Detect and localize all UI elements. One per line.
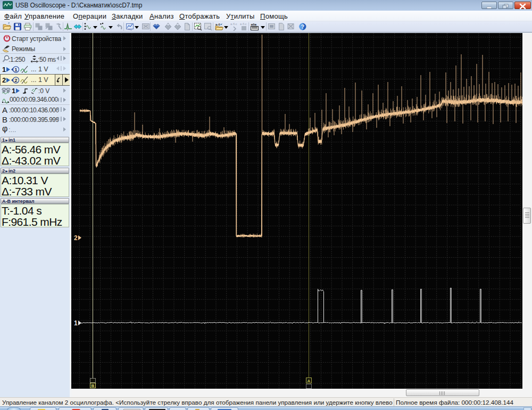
svg-text:B: B [92,383,95,388]
svg-text:?: ? [301,24,304,30]
svg-text:1: 1 [14,67,18,72]
svg-text:абв: абв [251,23,257,26]
svg-text:A: A [307,379,311,383]
svg-text:2: 2 [14,77,17,83]
svg-text:2: 2 [74,234,78,242]
svg-text:а·б·с: а·б·с [240,22,247,26]
svg-text:1: 1 [74,319,78,327]
svg-text:а·б·с: а·б·с [230,22,237,26]
svg-text:а·б: а·б [215,23,220,26]
